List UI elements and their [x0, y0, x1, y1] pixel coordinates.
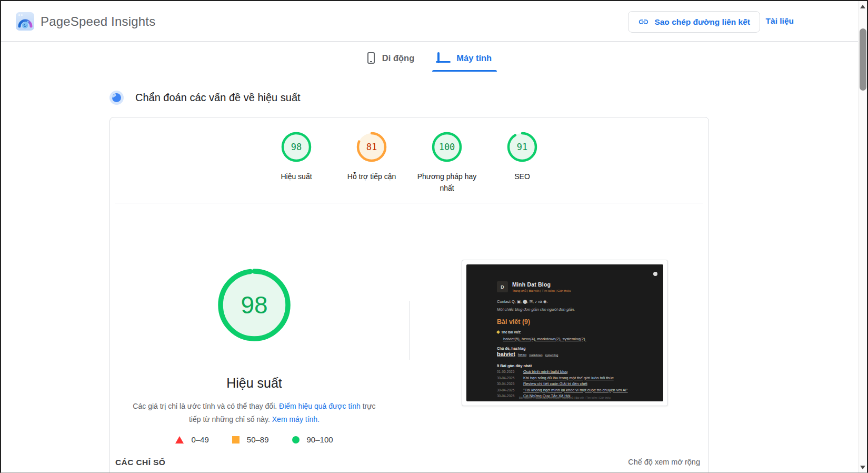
scroll-up-arrow[interactable] — [859, 2, 867, 11]
tab-mobile[interactable]: Di động — [361, 45, 421, 71]
site-footer: Bài nguyễn © 2025-2025 Minh Dat | Trang … — [466, 396, 663, 399]
metrics-section-header: CÁC CHỈ SỐ Chế độ xem mở rộng — [115, 458, 700, 467]
report-card: 98 Hiệu suất 81 Hỗ trợ tiếp cận 100 — [109, 117, 709, 473]
final-screenshot-thumbnail: D Minh Dat Blog Trang chủ | Bài viết | T… — [462, 260, 668, 406]
category-performance[interactable]: 98 Hiệu suất — [259, 131, 334, 194]
category-label: SEO — [514, 171, 530, 182]
site-title: Minh Dat Blog — [512, 281, 571, 288]
category-label: Phương pháp hay nhất — [413, 171, 481, 194]
expanded-view-toggle[interactable]: Chế độ xem mở rộng — [628, 458, 700, 466]
app-header: PageSpeed Insights Sao chép đường liên k… — [1, 1, 858, 42]
performance-score-gauge: 98 — [216, 267, 292, 343]
green-circle-icon — [292, 436, 300, 444]
score-disclaimer: Các giá trị chỉ là ước tính và có thể th… — [128, 400, 381, 426]
page-title: PageSpeed Insights — [41, 14, 155, 29]
category-seo[interactable]: 91 SEO — [485, 131, 560, 194]
legend-fail: 0–49 — [175, 435, 208, 444]
speed-gauge-icon — [109, 91, 124, 105]
site-recent-list: 01-05-2025 Quá trình mình build blog 30-… — [497, 369, 628, 400]
site-contact-line: Contact Q, ▣, ⬤, ✉, ♪ và ◉. — [497, 299, 548, 304]
diagnose-section-header: Chẩn đoán các vấn đề về hiệu suất — [109, 91, 301, 105]
site-header: D Minh Dat Blog Trang chủ | Bài viết | T… — [497, 281, 571, 292]
divider — [115, 203, 703, 203]
vertical-divider — [410, 301, 410, 360]
disclaimer-text: Các giá trị chỉ là ước tính và có thể th… — [133, 402, 279, 410]
score-calculator-link[interactable]: Điểm hiệu quả được tính — [279, 402, 361, 410]
performance-label: Hiệu suất — [149, 376, 360, 391]
copy-link-label: Sao chép đường liên kết — [654, 17, 750, 27]
screenshot-content: D Minh Dat Blog Trang chủ | Bài viết | T… — [466, 264, 663, 401]
red-triangle-icon — [175, 436, 184, 444]
orange-square-icon — [232, 436, 240, 444]
tab-desktop[interactable]: Máy tính — [431, 45, 498, 71]
scrollbar-thumb[interactable] — [860, 28, 866, 91]
score-value: 81 — [356, 131, 387, 163]
list-item: 30-04-2025 "Tôi không ngờ mình lại khóc … — [497, 388, 628, 394]
legend-range: 0–49 — [191, 435, 208, 444]
theme-toggle-dot-icon — [653, 272, 657, 276]
category-best-practices[interactable]: 100 Phương pháp hay nhất — [410, 131, 485, 194]
tag-icon — [496, 330, 500, 334]
smartphone-icon — [367, 52, 375, 64]
site-tag-cloud: baiviet hexo markdown systemlog — [497, 351, 558, 357]
performance-score-value: 98 — [216, 267, 292, 343]
diagnose-title: Chẩn đoán các vấn đề về hiệu suất — [135, 92, 301, 104]
scroll-down-arrow[interactable] — [859, 463, 867, 471]
link-icon — [638, 16, 649, 27]
site-tagline: Một chiếc blog đơn giản cho người đơn gi… — [497, 307, 575, 312]
copy-link-button[interactable]: Sao chép đường liên kết — [628, 11, 760, 33]
legend-average: 50–89 — [232, 435, 269, 444]
score-legend: 0–49 50–89 90–100 — [128, 435, 381, 444]
site-logo: D — [497, 281, 508, 292]
score-value: 91 — [506, 131, 538, 163]
home-link[interactable]: PageSpeed Insights — [16, 12, 155, 31]
site-nav: Trang chủ | Bài viết | Tìm kiếm | Giới t… — [512, 289, 571, 292]
legend-range: 50–89 — [247, 435, 269, 444]
tab-desktop-label: Máy tính — [456, 53, 492, 63]
category-label: Hiệu suất — [281, 171, 312, 182]
view-calculator-link[interactable]: Xem máy tính. — [272, 415, 320, 423]
category-gauges: 98 Hiệu suất 81 Hỗ trợ tiếp cận 100 — [110, 131, 709, 194]
metrics-title: CÁC CHỈ SỐ — [115, 458, 165, 467]
site-posts-heading: Bài viết (9) — [497, 318, 530, 326]
site-tags-list: baiviet(5), hexo(4), markdown(2), system… — [503, 337, 586, 341]
score-value: 98 — [281, 131, 312, 163]
score-value: 100 — [431, 131, 463, 163]
pagespeed-logo-icon — [16, 12, 34, 31]
tab-mobile-label: Di động — [382, 53, 414, 63]
list-item: 01-05-2025 Quá trình mình build blog — [497, 369, 628, 376]
device-tabs: Di động Máy tính — [1, 45, 858, 72]
laptop-icon — [437, 53, 449, 63]
list-item: 30-04-2025 Khi bạn sống đủ lâu trong một… — [497, 376, 628, 382]
legend-good: 90–100 — [292, 435, 333, 444]
documentation-link[interactable]: Tài liệu — [766, 16, 794, 26]
site-topics-label: Chủ đề, hashtag — [497, 347, 525, 350]
site-recent-label: 5 Bài gần đây nhất — [497, 363, 532, 368]
vertical-scrollbar[interactable] — [858, 1, 867, 472]
legend-range: 90–100 — [307, 435, 333, 444]
category-accessibility[interactable]: 81 Hỗ trợ tiếp cận — [334, 131, 410, 194]
category-label: Hỗ trợ tiếp cận — [347, 171, 396, 182]
site-tags-label: Thẻ bài viết: — [497, 330, 521, 334]
list-item: 30-04-2025 Review chi tiết cuốn Giải trí… — [497, 381, 628, 388]
